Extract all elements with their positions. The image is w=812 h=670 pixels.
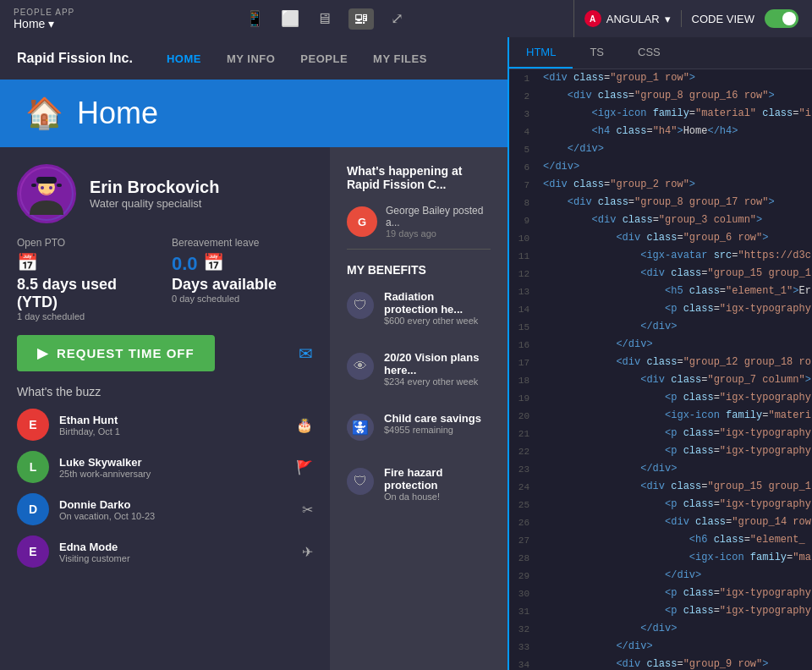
tab-css[interactable]: CSS xyxy=(621,37,678,69)
benefit-detail: $234 every other week xyxy=(384,376,491,387)
list-item: 🚼 Child care savings $4955 remaining xyxy=(347,412,491,441)
nav-home[interactable]: HOME xyxy=(167,52,201,65)
expand-icon[interactable]: ⤢ xyxy=(391,9,403,28)
code-content: 1<div class="group_1 row"> 2 <div class=… xyxy=(509,69,812,670)
chevron-down-icon: ▾ xyxy=(665,13,671,25)
code-line: 7<div class="group_2 row"> xyxy=(509,176,812,194)
code-line: 15 </div> xyxy=(509,318,812,336)
code-line: 17 <div class="group_12 group_18 ro xyxy=(509,354,812,371)
calendar-icon: 📅 xyxy=(17,252,158,272)
benefits-title: MY BENEFITS xyxy=(347,263,491,277)
birthday-icon: 🎂 xyxy=(296,417,313,433)
avatar: E xyxy=(17,409,49,441)
benefit-detail: On da house! xyxy=(384,492,491,502)
nav-myinfo[interactable]: MY INFO xyxy=(227,52,275,65)
svg-rect-4 xyxy=(57,184,62,187)
days-scheduled: 0 day scheduled xyxy=(172,294,313,304)
code-line: 23 </div> xyxy=(509,460,812,478)
avatar xyxy=(17,164,76,223)
code-line: 6</div> xyxy=(509,158,812,176)
nav-myfiles[interactable]: MY FILES xyxy=(373,52,427,65)
benefit-info: Child care savings $4955 remaining xyxy=(384,412,481,435)
tab-html[interactable]: HTML xyxy=(509,37,573,69)
code-line: 3 <igx-icon family="material" class="i xyxy=(509,105,812,123)
tablet-icon[interactable]: ⬜ xyxy=(281,9,299,28)
buzz-info: Luke Skywalker 25th work-anniversary xyxy=(59,456,151,479)
desktop-icon[interactable]: 🖥 xyxy=(316,10,332,28)
happening-info: George Bailey posted a... 19 days ago xyxy=(386,205,491,239)
code-line: 5 </div> xyxy=(509,140,812,158)
profile-header: Erin Brockovich Water quality specialist xyxy=(17,164,313,223)
request-time-off-button[interactable]: ▶ REQUEST TIME OFF xyxy=(17,335,215,371)
code-line: 24 <div class="group_15 group_1 xyxy=(509,478,812,496)
benefit-name: 20/20 Vision plans here... xyxy=(384,351,491,376)
bereavement-calendar-icon: 📅 xyxy=(203,252,224,272)
code-line: 21 <p class="igx-typography xyxy=(509,425,812,442)
scissors-icon: ✂ xyxy=(302,502,313,518)
profile-info: Erin Brockovich Water quality specialist xyxy=(90,178,219,210)
buzz-name: Ethan Hunt xyxy=(59,414,120,426)
buzz-name: Edna Mode xyxy=(59,541,130,553)
list-item: E Edna Mode Visiting customer ✈ xyxy=(17,535,313,568)
happening-time: 19 days ago xyxy=(386,228,491,239)
code-line: 4 <h4 class="h4">Home</h4> xyxy=(509,123,812,140)
code-line: 14 <p class="igx-typography xyxy=(509,300,812,318)
code-line: 2 <div class="group_8 group_16 row"> xyxy=(509,87,812,105)
avatar: L xyxy=(17,451,49,483)
fire-icon: 🛡 xyxy=(347,468,374,495)
benefit-detail: $4955 remaining xyxy=(384,425,481,435)
list-item: 🛡 Fire hazard protection On da house! xyxy=(347,466,491,502)
bereavement-days: 0.0 xyxy=(172,253,198,275)
code-panel: HTML TS CSS 1<div class="group_1 row"> 2… xyxy=(508,37,812,670)
code-line: 12 <div class="group_15 group_1 xyxy=(509,265,812,283)
tab-ts[interactable]: TS xyxy=(573,37,621,69)
code-view-toggle[interactable] xyxy=(765,9,798,28)
buzz-info: Ethan Hunt Birthday, Oct 1 xyxy=(59,414,120,437)
top-bar-left: PEOPLE APP Home ▾ xyxy=(14,8,74,30)
benefit-info: Radiation protection he... $600 every ot… xyxy=(384,290,491,326)
childcare-icon: 🚼 xyxy=(347,414,374,441)
svg-point-5 xyxy=(41,186,44,189)
list-item: 👁 20/20 Vision plans here... $234 every … xyxy=(347,351,491,387)
svg-rect-3 xyxy=(31,184,36,187)
monitor-icon[interactable]: 🖳 xyxy=(348,8,374,30)
days-available: Days available xyxy=(172,276,313,294)
content-area: Erin Brockovich Water quality specialist… xyxy=(0,147,508,670)
pto-used: 8.5 days used (YTD) xyxy=(17,276,158,311)
list-item: L Luke Skywalker 25th work-anniversary 🚩 xyxy=(17,451,313,483)
home-icon: 🏠 xyxy=(25,96,63,131)
code-view-label: CODE VIEW xyxy=(692,13,754,25)
bereavement-box: Bereavement leave 0.0 📅 Days available 0… xyxy=(172,237,313,321)
app-brand: Rapid Fission Inc. xyxy=(17,51,133,66)
nav-links: HOME MY INFO PEOPLE MY FILES xyxy=(167,52,427,65)
action-row: ▶ REQUEST TIME OFF ✉ xyxy=(17,335,313,371)
device-icons: 📱 ⬜ 🖥 🖳 ⤢ xyxy=(245,8,403,30)
code-line: 26 <div class="group_14 row xyxy=(509,513,812,531)
avatar: D xyxy=(17,493,49,525)
benefit-name: Child care savings xyxy=(384,412,481,425)
home-dropdown[interactable]: Home ▾ xyxy=(14,17,74,30)
pto-section: Open PTO 📅 8.5 days used (YTD) 1 day sch… xyxy=(17,237,313,321)
code-line: 31 <p class="igx-typography xyxy=(509,602,812,620)
benefit-name: Fire hazard protection xyxy=(384,466,491,492)
hero-banner: 🏠 Home xyxy=(0,80,508,147)
buzz-section: What's the buzz E Ethan Hunt Birthday, O… xyxy=(17,385,313,578)
email-icon[interactable]: ✉ xyxy=(299,343,313,364)
profile-card: Erin Brockovich Water quality specialist… xyxy=(0,147,330,670)
code-line: 25 <p class="igx-typography xyxy=(509,496,812,513)
code-line: 20 <igx-icon family="materi xyxy=(509,407,812,425)
benefit-info: 20/20 Vision plans here... $234 every ot… xyxy=(384,351,491,387)
nav-people[interactable]: PEOPLE xyxy=(300,52,348,65)
eye-icon: 👁 xyxy=(347,353,374,380)
code-line: 29 </div> xyxy=(509,567,812,585)
code-line: 13 <h5 class="element_1">Er xyxy=(509,283,812,300)
app-panel: Rapid Fission Inc. HOME MY INFO PEOPLE M… xyxy=(0,37,508,670)
shield-icon: 🛡 xyxy=(347,292,374,319)
angular-logo: A xyxy=(584,10,601,27)
send-icon: ▶ xyxy=(37,345,48,361)
code-line: 8 <div class="group_8 group_17 row"> xyxy=(509,194,812,211)
list-item: 🛡 Radiation protection he... $600 every … xyxy=(347,290,491,326)
pto-scheduled: 1 day scheduled xyxy=(17,311,158,321)
top-bar-right: A ANGULAR ▾ CODE VIEW xyxy=(573,0,798,37)
mobile-icon[interactable]: 📱 xyxy=(245,9,264,28)
